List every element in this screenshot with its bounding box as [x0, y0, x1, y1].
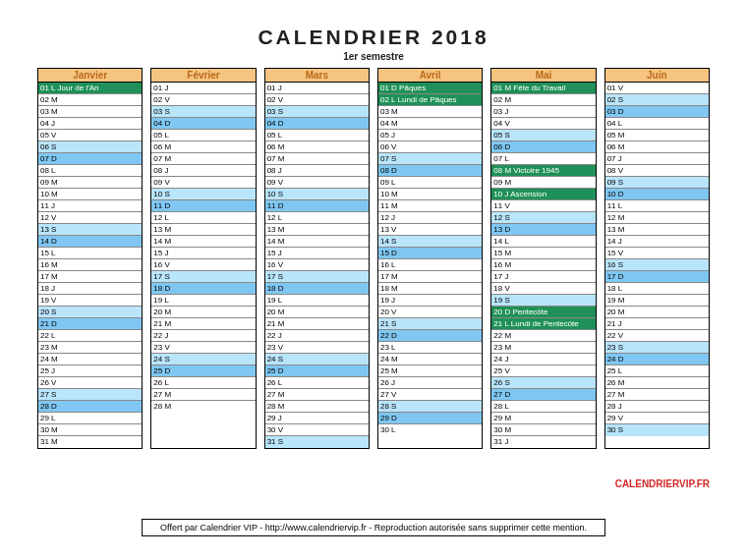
month-header: Janvier	[38, 69, 142, 83]
day-cell: 20 S	[38, 307, 142, 318]
day-cell: 29 L	[38, 413, 142, 424]
day-cell: 19 L	[265, 295, 369, 307]
day-cell: 11 J	[38, 200, 142, 212]
day-cell: 19 S	[491, 295, 595, 307]
day-cell: 08 V	[605, 165, 709, 177]
day-cell: 03 M	[378, 106, 482, 118]
day-cell: 03 J	[491, 106, 595, 118]
day-cell: 23 M	[491, 342, 595, 354]
day-cell: 06 M	[605, 141, 709, 153]
day-cell: 04 L	[605, 118, 709, 130]
day-cell: 23 L	[378, 342, 482, 354]
day-cell: 22 D	[378, 330, 482, 342]
day-cell: 31 M	[38, 436, 142, 448]
day-cell: 13 M	[605, 224, 709, 236]
day-cell: 26 S	[491, 377, 595, 389]
day-cell: 15 J	[151, 248, 255, 259]
day-cell: 09 M	[38, 177, 142, 189]
day-cell: 29 V	[605, 413, 709, 424]
day-cell: 15 V	[605, 248, 709, 259]
day-cell: 10 S	[265, 189, 369, 200]
day-cell: 09 M	[491, 177, 595, 189]
day-cell: 02 L Lundi de Pâques	[378, 94, 482, 106]
day-cell: 26 L	[265, 377, 369, 389]
day-cell: 04 J	[38, 118, 142, 130]
day-cell: 21 J	[605, 318, 709, 330]
day-cell: 04 D	[265, 118, 369, 130]
day-cell: 07 M	[151, 153, 255, 165]
day-cell: 28 S	[378, 401, 482, 413]
day-cell: 17 S	[265, 271, 369, 283]
day-cell: 02 V	[151, 94, 255, 106]
day-cell: 21 M	[265, 318, 369, 330]
day-cell: 02 S	[605, 94, 709, 106]
day-cell: 02 M	[38, 94, 142, 106]
day-cell: 04 V	[491, 118, 595, 130]
day-cell: 21 S	[378, 318, 482, 330]
day-cell: 28 J	[605, 401, 709, 413]
day-cell: 24 M	[38, 354, 142, 365]
day-cell: 25 M	[378, 365, 482, 377]
day-cell: 07 D	[38, 153, 142, 165]
month-column: Mai01 M Fête du Travail02 M03 J04 V05 S0…	[490, 68, 596, 449]
day-cell: 28 M	[151, 401, 255, 413]
day-cell: 03 S	[151, 106, 255, 118]
day-cell: 25 D	[151, 365, 255, 377]
day-cell: 09 V	[265, 177, 369, 189]
day-cell: 15 L	[38, 248, 142, 259]
month-column: Juin01 V02 S03 D04 L05 M06 M07 J08 V09 S…	[604, 68, 710, 449]
day-cell: 03 M	[38, 106, 142, 118]
day-cell: 17 M	[38, 271, 142, 283]
month-header: Février	[151, 69, 255, 83]
day-cell: 01 D Pâques	[378, 83, 482, 94]
day-cell: 30 V	[265, 424, 369, 436]
day-cell: 24 S	[265, 354, 369, 365]
month-header: Avril	[378, 69, 482, 83]
day-cell: 23 M	[38, 342, 142, 354]
day-cell: 22 J	[151, 330, 255, 342]
day-cell: 29 M	[491, 413, 595, 424]
day-cell: 17 J	[491, 271, 595, 283]
day-cell: 10 D	[605, 189, 709, 200]
day-cell: 24 D	[605, 354, 709, 365]
month-column: Avril01 D Pâques02 L Lundi de Pâques03 M…	[377, 68, 483, 449]
day-cell: 14 S	[378, 236, 482, 248]
day-cell: 05 M	[605, 130, 709, 141]
day-cell: 11 D	[265, 200, 369, 212]
day-cell: 03 S	[265, 106, 369, 118]
day-cell: 07 M	[265, 153, 369, 165]
page-subtitle: 1er semestre	[0, 49, 747, 68]
day-cell: 06 V	[378, 141, 482, 153]
day-cell: 30 M	[38, 424, 142, 436]
day-cell: 30 L	[378, 424, 482, 436]
day-cell: 22 J	[265, 330, 369, 342]
day-cell: 08 L	[38, 165, 142, 177]
day-cell: 27 M	[151, 389, 255, 401]
day-cell: 26 L	[151, 377, 255, 389]
day-cell: 29 D	[378, 413, 482, 424]
day-cell: 06 M	[151, 141, 255, 153]
day-cell: 01 J	[265, 83, 369, 94]
month-header: Juin	[605, 69, 709, 83]
day-cell: 22 V	[605, 330, 709, 342]
day-cell: 15 D	[378, 248, 482, 259]
day-cell: 26 M	[605, 377, 709, 389]
day-cell: 27 M	[605, 389, 709, 401]
day-cell: 20 D Pentecôte	[491, 307, 595, 318]
day-cell: 31 J	[491, 436, 595, 448]
day-cell: 12 J	[378, 212, 482, 224]
day-cell: 12 S	[491, 212, 595, 224]
day-cell: 04 D	[151, 118, 255, 130]
day-cell: 02 V	[265, 94, 369, 106]
day-cell: 05 J	[378, 130, 482, 141]
day-cell: 19 L	[151, 295, 255, 307]
day-cell: 13 V	[378, 224, 482, 236]
footer-attribution: Offert par Calendrier VIP - http://www.c…	[142, 519, 605, 536]
day-cell: 07 J	[605, 153, 709, 165]
day-cell: 18 D	[265, 283, 369, 295]
day-cell: 01 V	[605, 83, 709, 94]
day-cell: 12 L	[151, 212, 255, 224]
day-cell: 24 J	[491, 354, 595, 365]
day-cell: 13 M	[265, 224, 369, 236]
day-cell: 12 M	[605, 212, 709, 224]
